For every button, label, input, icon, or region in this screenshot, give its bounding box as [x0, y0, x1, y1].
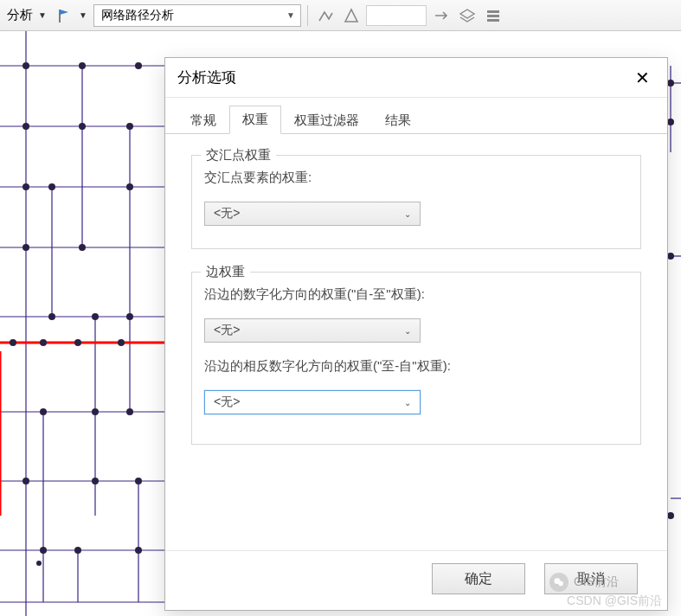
flag-tool-caret[interactable]: ▼: [79, 10, 90, 20]
chevron-down-icon: ▼: [286, 10, 295, 20]
analysis-options-dialog: 分析选项 ✕ 常规 权重 权重过滤器 结果 交汇点权重 交汇点要素的权重: <无…: [164, 57, 668, 611]
toolbar-separator: [307, 5, 308, 26]
svg-rect-4: [487, 10, 499, 13]
svg-point-18: [48, 313, 55, 320]
ok-button[interactable]: 确定: [432, 563, 525, 594]
svg-point-20: [126, 313, 133, 320]
trace-icon[interactable]: [314, 4, 337, 27]
junction-weight-label: 交汇点要素的权重:: [204, 170, 628, 186]
tab-weight[interactable]: 权重: [229, 106, 281, 134]
edge-from-to-label: 沿边的数字化方向的权重("自-至"权重):: [204, 286, 628, 303]
edge-to-from-combo[interactable]: <无> ⌄: [204, 390, 421, 414]
junction-weight-title: 交汇点权重: [201, 147, 276, 164]
svg-point-11: [79, 123, 86, 130]
svg-point-34: [36, 561, 42, 566]
svg-point-38: [667, 512, 674, 519]
solver-combo-value: 网络路径分析: [101, 8, 174, 23]
svg-point-27: [126, 408, 133, 415]
svg-point-23: [74, 339, 81, 346]
svg-point-31: [40, 547, 47, 554]
wechat-icon: [549, 573, 569, 592]
svg-point-29: [92, 478, 99, 484]
analyze-menu-label[interactable]: 分析: [5, 7, 35, 23]
svg-rect-6: [487, 19, 499, 22]
svg-point-36: [667, 119, 674, 125]
junction-weight-group: 交汇点权重 交汇点要素的权重: <无> ⌄: [191, 155, 641, 249]
svg-point-15: [126, 183, 133, 190]
svg-point-26: [92, 408, 99, 415]
dialog-titlebar: 分析选项 ✕: [165, 58, 667, 98]
close-icon[interactable]: ✕: [629, 65, 655, 91]
chevron-down-icon: ⌄: [404, 326, 411, 336]
svg-point-21: [10, 339, 16, 346]
junction-weight-combo[interactable]: <无> ⌄: [204, 202, 421, 226]
wechat-watermark-text: GIS前沿: [574, 574, 619, 590]
solver-combo[interactable]: 网络路径分析 ▼: [93, 4, 301, 27]
dialog-title: 分析选项: [177, 67, 236, 87]
edge-to-from-combo-value: <无>: [214, 395, 240, 410]
svg-point-32: [74, 547, 81, 554]
options-icon[interactable]: [482, 4, 504, 27]
svg-rect-5: [487, 15, 499, 17]
svg-marker-2: [345, 10, 357, 22]
svg-marker-1: [60, 10, 68, 15]
svg-point-24: [118, 339, 125, 346]
flag-tool-icon[interactable]: [53, 4, 75, 27]
tab-result[interactable]: 结果: [372, 106, 424, 134]
edge-from-to-combo[interactable]: <无> ⌄: [204, 318, 421, 343]
svg-point-19: [92, 313, 99, 320]
edge-to-from-label: 沿边的相反数字化方向的权重("至-自"权重):: [204, 358, 628, 375]
svg-point-33: [135, 547, 142, 554]
edge-weight-group: 边权重 沿边的数字化方向的权重("自-至"权重): <无> ⌄ 沿边的相反数字化…: [191, 272, 641, 445]
svg-point-10: [22, 123, 29, 130]
svg-point-37: [667, 253, 674, 260]
svg-point-35: [667, 80, 674, 87]
direction-arrow-icon[interactable]: [430, 4, 453, 27]
svg-point-17: [79, 244, 86, 251]
chevron-down-icon: ⌄: [404, 209, 411, 219]
layers-icon[interactable]: [456, 4, 479, 27]
svg-point-8: [79, 62, 86, 69]
csdn-watermark: CSDN @GIS前沿: [567, 594, 662, 609]
edge-weight-title: 边权重: [201, 264, 250, 280]
svg-point-22: [40, 339, 47, 346]
wechat-watermark: GIS前沿: [549, 573, 619, 592]
chevron-down-icon: ⌄: [404, 398, 411, 407]
analyze-menu-caret[interactable]: ▼: [38, 10, 49, 20]
tab-weight-filter[interactable]: 权重过滤器: [281, 106, 372, 134]
svg-point-7: [22, 62, 29, 69]
dialog-body: 交汇点权重 交汇点要素的权重: <无> ⌄ 边权重 沿边的数字化方向的权重("自…: [165, 134, 667, 550]
junction-weight-combo-value: <无>: [214, 206, 240, 221]
svg-point-9: [135, 62, 142, 69]
svg-point-16: [22, 244, 29, 251]
tab-general[interactable]: 常规: [177, 106, 229, 134]
svg-point-30: [135, 478, 142, 484]
dialog-tabstrip: 常规 权重 权重过滤器 结果: [165, 98, 667, 134]
toolbar-gap: [366, 5, 427, 26]
svg-point-40: [558, 581, 563, 587]
svg-marker-3: [460, 10, 474, 18]
svg-point-25: [40, 408, 47, 415]
svg-point-28: [22, 478, 29, 484]
solve-icon[interactable]: [340, 4, 363, 27]
svg-point-12: [126, 123, 133, 130]
network-analyst-toolbar: 分析 ▼ ▼ 网络路径分析 ▼: [0, 0, 681, 31]
svg-point-14: [48, 183, 55, 190]
svg-point-13: [22, 183, 29, 190]
edge-from-to-combo-value: <无>: [214, 323, 240, 338]
